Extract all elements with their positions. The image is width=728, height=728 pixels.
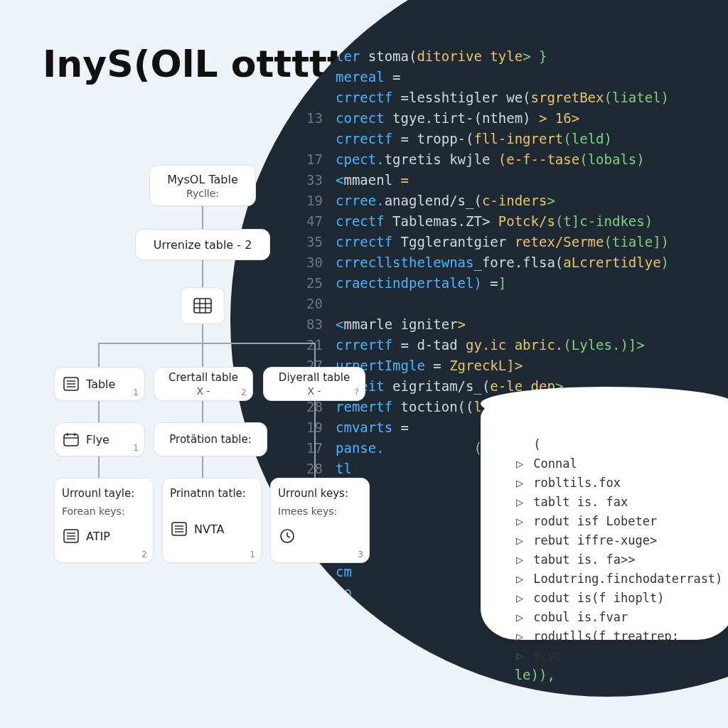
row3-3-sub: Imees keys: xyxy=(278,505,337,517)
svg-rect-0 xyxy=(194,299,211,313)
row3-3-chipnum: 3 xyxy=(358,550,363,560)
list-icon xyxy=(170,520,188,538)
diagram-level2-box: Urrenize table - 2 xyxy=(135,229,270,260)
schema-diagram: MysOL Table Ryclle: Urrenize table - 2 T… xyxy=(64,165,384,663)
root-line2: Ryclle: xyxy=(186,188,219,199)
level2-label: Urrenize table - 2 xyxy=(154,238,252,252)
grid-icon xyxy=(193,296,212,315)
calendar-icon xyxy=(62,430,80,449)
row1-2-sub: X - xyxy=(196,385,210,397)
row1-1-label: Table xyxy=(86,378,115,391)
row3-2-label: Prinatnn tatle: xyxy=(170,487,246,500)
list-icon xyxy=(62,527,80,545)
row2-box-2: Protätion table: xyxy=(154,422,267,456)
row2-box-1: Flye 1 xyxy=(54,422,145,456)
row3-1-label: Urrounl tayle: xyxy=(62,487,134,500)
row1-2-label: Crertall table xyxy=(168,371,238,384)
row1-3-sub: X - xyxy=(307,385,321,397)
row1-box-2: Crertall table X - 2 xyxy=(154,367,253,401)
database-cylinder: (▷ Connal▷ robltils.fox▷ tablt is. fax▷ … xyxy=(481,398,728,640)
row3-1-chip: ATIP xyxy=(86,530,110,543)
svg-rect-9 xyxy=(64,434,78,446)
database-item-list: (▷ Connal▷ robltils.fox▷ tablt is. fax▷ … xyxy=(516,435,722,665)
clock-icon xyxy=(278,527,296,545)
row1-1-num: 1 xyxy=(133,387,139,397)
row3-2-chipnum: 1 xyxy=(250,550,255,560)
list-icon xyxy=(62,375,80,393)
row1-box-3: Diyerall table X - ? xyxy=(263,367,365,401)
row2-1-num: 1 xyxy=(133,443,139,453)
row1-3-label: Diyerall table xyxy=(279,371,350,384)
row3-3-label: Urrounl keys: xyxy=(278,487,348,500)
row1-box-1: Table 1 xyxy=(54,367,145,401)
root-line1: MysOL Table xyxy=(167,173,238,186)
diagram-table-icon-box xyxy=(181,287,225,324)
row2-2-label: Protätion table: xyxy=(169,433,251,446)
row3-box-2: Prinatnn tatle: NVTA 1 xyxy=(162,478,262,563)
row1-2-num: 2 xyxy=(241,387,247,397)
row2-1-label: Flye xyxy=(86,433,109,446)
diagram-root-box: MysOL Table Ryclle: xyxy=(149,165,256,206)
row3-1-chipnum: 2 xyxy=(141,550,147,560)
row3-2-chip: NVTA xyxy=(194,523,224,536)
row1-3-num: ? xyxy=(355,387,359,397)
svg-line-23 xyxy=(287,536,290,537)
row3-1-sub: Forean keys: xyxy=(62,505,125,517)
row3-box-3: Urrounl keys: Imees keys: 3 xyxy=(270,478,370,563)
row3-box-1: Urrounl tayle: Forean keys: ATIP 2 xyxy=(54,478,154,563)
